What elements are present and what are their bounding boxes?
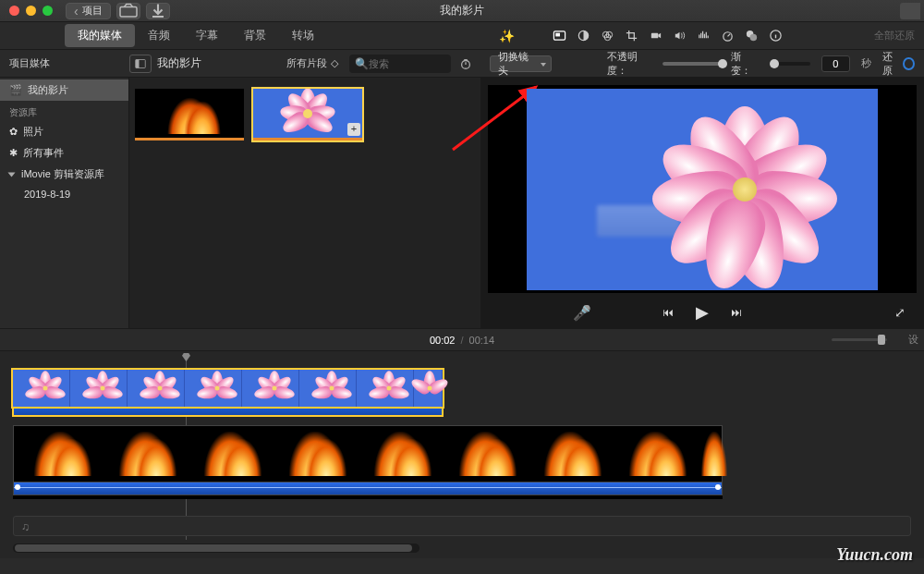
record-voiceover-icon[interactable]: 🎤 (573, 304, 591, 322)
back-label: 项目 (82, 4, 103, 18)
timeline-scrollbar[interactable] (13, 543, 419, 553)
filter-icon[interactable] (744, 29, 759, 43)
window-title: 我的影片 (440, 3, 484, 18)
current-time: 00:02 (430, 335, 456, 346)
revert-button[interactable]: 还原 (882, 50, 916, 78)
tab-backgrounds[interactable]: 背景 (231, 24, 279, 47)
titlebar: 项目 我的影片 (0, 0, 924, 22)
color-balance-icon[interactable] (576, 29, 590, 43)
sidebar: 🎬我的影片 资源库 ✿照片 ✱所有事件 iMovie 剪辑资源库 2019-8-… (0, 78, 129, 328)
back-projects-button[interactable]: 项目 (66, 3, 111, 19)
sidebar-item-project[interactable]: 🎬我的影片 (0, 79, 128, 101)
clip-size-button[interactable] (456, 55, 475, 73)
tabs-row: 我的媒体 音频 字幕 背景 转场 ✨ 全部还原 (0, 22, 924, 50)
sidebar-item-date[interactable]: 2019-8-19 (0, 185, 128, 203)
audio-track-empty[interactable]: ♫ (13, 516, 911, 536)
overlay-mode-dropdown[interactable]: 切换镜头 (490, 55, 552, 72)
settings-label[interactable]: 设 (908, 333, 918, 347)
noise-icon[interactable] (696, 29, 711, 43)
share-button[interactable] (900, 3, 920, 19)
play-button[interactable]: ▶ (696, 302, 709, 323)
fade-unit: 秒 (861, 56, 871, 70)
search-wrap: 🔍 (349, 55, 451, 73)
info-icon[interactable] (768, 29, 783, 43)
traffic-lights (0, 6, 53, 16)
zoom-slider[interactable] (832, 338, 887, 341)
sidebar-item-imovie-lib[interactable]: iMovie 剪辑资源库 (0, 164, 128, 185)
music-note-icon: ♫ (21, 520, 30, 533)
svg-rect-7 (650, 33, 658, 39)
tab-media[interactable]: 我的媒体 (65, 24, 135, 47)
next-button[interactable]: ⏭ (731, 306, 742, 319)
sidebar-item-photos[interactable]: ✿照片 (0, 121, 128, 142)
watermark: Yuucn.com (836, 545, 913, 565)
download-button[interactable] (146, 3, 170, 19)
svg-rect-13 (136, 59, 140, 67)
search-input[interactable] (369, 58, 443, 69)
overlay-track[interactable] (13, 370, 443, 418)
media-browser: 8.2 秒 + (129, 78, 480, 328)
clip-thumb-fire[interactable] (135, 89, 244, 140)
close-icon[interactable] (9, 6, 19, 16)
color-correct-icon[interactable] (600, 29, 614, 43)
svg-rect-0 (120, 6, 137, 17)
crop-icon[interactable] (624, 29, 638, 43)
reset-all-button[interactable]: 全部还原 (874, 29, 915, 43)
overlay-icon[interactable] (552, 29, 566, 43)
add-clip-button[interactable]: + (347, 123, 360, 136)
volume-icon[interactable] (672, 29, 687, 43)
fade-value-field[interactable]: 0 (821, 55, 849, 72)
tab-transitions[interactable]: 转场 (279, 24, 327, 47)
tab-titles[interactable]: 字幕 (183, 24, 231, 47)
stabilize-icon[interactable] (648, 29, 663, 43)
time-sep: / (460, 335, 463, 346)
timecode-row: 00:02 / 00:14 设 (0, 329, 924, 351)
import-button[interactable] (116, 3, 140, 19)
sidebar-item-all-events[interactable]: ✱所有事件 (0, 142, 128, 164)
enhance-icon[interactable]: ✨ (499, 29, 515, 43)
fade-slider[interactable] (770, 62, 810, 66)
prev-button[interactable]: ⏮ (663, 306, 674, 319)
filter-row: 项目媒体 我的影片 所有片段◇ 🔍 切换镜头 不透明度： 渐变： 0 秒 还原 (0, 50, 924, 78)
sidebar-library-heading: 资源库 (0, 101, 128, 121)
breadcrumb[interactable]: 我的影片 (157, 55, 201, 71)
fade-label: 渐变： (731, 50, 758, 78)
sidebar-title: 项目媒体 (0, 56, 129, 70)
viewer: 🎤 ⏮ ▶ ⏭ ⤢ (480, 78, 924, 328)
transport: 🎤 ⏮ ▶ ⏭ ⤢ (480, 297, 924, 328)
search-icon: 🔍 (355, 57, 369, 70)
svg-rect-2 (555, 33, 560, 37)
svg-point-10 (749, 34, 757, 42)
preview-canvas[interactable] (488, 85, 917, 293)
minimize-icon[interactable] (26, 6, 36, 16)
clip-thumb-lotus[interactable]: 8.2 秒 + (253, 89, 362, 140)
main-area: 🎬我的影片 资源库 ✿照片 ✱所有事件 iMovie 剪辑资源库 2019-8-… (0, 78, 924, 329)
primary-track[interactable] (13, 425, 723, 499)
opacity-slider[interactable] (663, 62, 720, 66)
zoom-icon[interactable] (43, 6, 53, 16)
sidebar-toggle-button[interactable] (129, 55, 152, 73)
speed-icon[interactable] (720, 29, 735, 43)
fullscreen-icon[interactable]: ⤢ (894, 305, 906, 320)
total-time: 00:14 (469, 335, 495, 346)
timeline[interactable]: ♫ (0, 351, 924, 558)
clips-filter-dropdown[interactable]: 所有片段◇ (286, 56, 344, 70)
tab-audio[interactable]: 音频 (135, 24, 183, 47)
opacity-label: 不透明度： (607, 50, 652, 78)
